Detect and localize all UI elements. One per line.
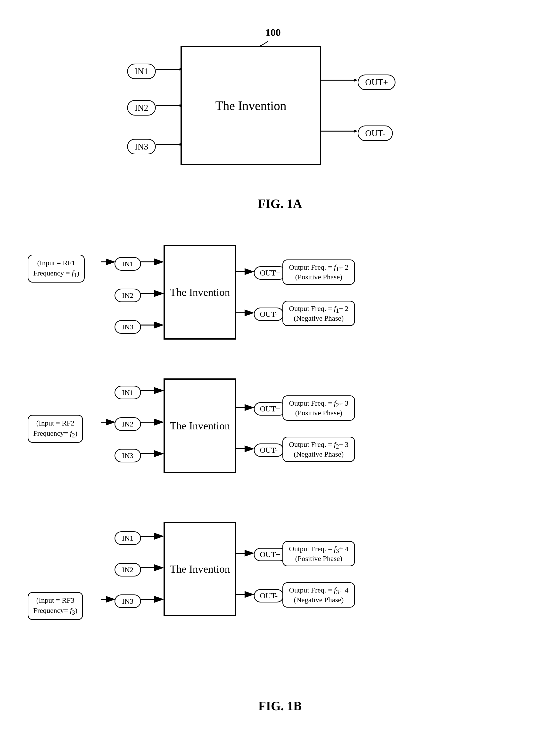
fig1a-in2-pill: IN2: [127, 100, 156, 115]
fig1b-container: (Input = RF1Frequency = f1) IN1 IN2 IN3 …: [19, 230, 541, 713]
d1-outp-desc: Output Freq. = f1÷ 2(Positive Phase): [282, 259, 355, 285]
fig1a-in1-pill: IN1: [127, 64, 156, 79]
d1-outp-pill: OUT+: [254, 266, 286, 280]
d1-in2-pill: IN2: [115, 288, 141, 302]
d3-in3-pill: IN3: [115, 595, 141, 608]
d2-inv-box: The Invention: [164, 379, 236, 473]
d3-outm-desc: Output Freq. = f3÷ 4(Negative Phase): [282, 582, 355, 608]
d3-input-label: (Input = RF3Frequency= f3): [28, 592, 83, 620]
d1-input-label: (Input = RF1Frequency = f1): [28, 255, 85, 282]
svg-marker-8: [354, 79, 358, 82]
fig1a-diagram: 100 The Invention IN1 IN2 IN3 OUT+ OUT-: [110, 24, 450, 189]
d1-in3-pill: IN3: [115, 320, 141, 334]
d3-inv-label: The Invention: [170, 563, 230, 575]
fig1a-container: 100 The Invention IN1 IN2 IN3 OUT+ OUT- …: [19, 24, 541, 211]
d3-inv-box: The Invention: [164, 522, 236, 616]
d2-in2-pill: IN2: [115, 417, 141, 431]
fig1a-100-label: 100: [265, 27, 281, 38]
d3-outp-pill: OUT+: [254, 548, 286, 561]
d2-outp-pill: OUT+: [254, 402, 286, 416]
d1-in1-pill: IN1: [115, 257, 141, 271]
d1-inv-label: The Invention: [170, 286, 230, 298]
d3-outp-desc: Output Freq. = f3÷ 4(Positive Phase): [282, 541, 355, 566]
d2-outm-pill: OUT-: [254, 444, 284, 457]
page: 100 The Invention IN1 IN2 IN3 OUT+ OUT- …: [0, 0, 560, 735]
fig1a-main-box: The Invention: [181, 46, 321, 165]
fig1b-caption: FIG. 1B: [258, 699, 302, 713]
fig1a-outm-pill: OUT-: [358, 125, 393, 141]
d1-inv-box: The Invention: [164, 245, 236, 339]
d1-outm-desc: Output Freq. = f1÷ 2(Negative Phase): [282, 301, 355, 326]
d2-in3-pill: IN3: [115, 449, 141, 463]
d2-outp-desc: Output Freq. = f2÷ 3(Positive Phase): [282, 396, 355, 421]
d3-outm-pill: OUT-: [254, 589, 284, 603]
fig1a-box-label: The Invention: [215, 99, 286, 113]
d2-inv-label: The Invention: [170, 420, 230, 432]
d3-in2-pill: IN2: [115, 563, 141, 577]
d3-in1-pill: IN1: [115, 531, 141, 545]
d2-outm-desc: Output Freq. = f2÷ 3(Negative Phase): [282, 437, 355, 462]
fig1a-outp-pill: OUT+: [358, 74, 395, 90]
d2-input-label: (Input = RF2Frequency= f2): [28, 415, 83, 443]
fig1a-caption: FIG. 1A: [258, 197, 302, 211]
fig1a-in3-pill: IN3: [127, 139, 156, 154]
svg-marker-10: [354, 130, 358, 132]
d1-outm-pill: OUT-: [254, 307, 284, 321]
fig1b-diagram: (Input = RF1Frequency = f1) IN1 IN2 IN3 …: [25, 230, 535, 692]
d2-in1-pill: IN1: [115, 386, 141, 399]
